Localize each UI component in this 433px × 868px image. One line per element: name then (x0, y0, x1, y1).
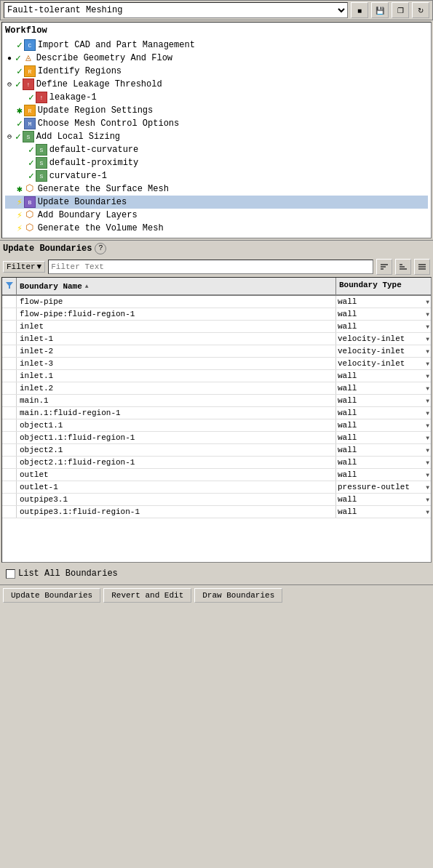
filter-input[interactable] (48, 260, 373, 274)
workflow-item-leakage-1[interactable]: ✓ ! leakage-1 (5, 91, 428, 104)
boundary-type-select[interactable]: wallvelocity-inletpressure-outletpressur… (338, 371, 424, 380)
boundary-type-select[interactable]: wallvelocity-inletpressure-outletpressur… (338, 409, 424, 417)
workflow-item-add-local[interactable]: ⊖ ✓ S Add Local Sizing (5, 130, 428, 143)
workflow-item-add-boundary-layers[interactable]: ⚡ ⬡ Add Boundary Layers (5, 209, 428, 222)
workflow-panel: Workflow ✓ C Import CAD and Part Managem… (1, 22, 432, 238)
draw-boundaries-button[interactable]: Draw Boundaries (194, 588, 282, 603)
sort-asc-icon (379, 262, 389, 272)
icon-btn-4[interactable]: ↻ (412, 2, 429, 18)
row-type-cell[interactable]: wallvelocity-inletpressure-outletpressur… (336, 395, 431, 406)
type-dropdown-arrow: ▼ (426, 398, 429, 404)
th-boundary-name[interactable]: Boundary Name ▲ (17, 278, 336, 294)
sort-desc-button[interactable] (395, 259, 411, 275)
collapse-btn[interactable]: ● (5, 55, 14, 63)
workflow-item-choose-mesh[interactable]: ✓ M Choose Mesh Control Options (5, 117, 428, 130)
workflow-item-identify-regions[interactable]: ✓ R Identify Regions (5, 65, 428, 78)
row-type-cell[interactable]: wallvelocity-inletpressure-outletpressur… (336, 321, 431, 332)
workflow-item-define-leakage[interactable]: ⊖ ✓ ! Define Leakage Threshold (5, 78, 428, 91)
workflow-item-update-region[interactable]: ✱ R Update Region Settings (5, 104, 428, 117)
workflow-item-gen-surface[interactable]: ✱ ⬡ Generate the Surface Mesh (5, 182, 428, 196)
row-type-cell[interactable]: wallvelocity-inletpressure-outletpressur… (336, 469, 431, 481)
boundary-type-select[interactable]: wallvelocity-inletpressure-outletpressur… (338, 347, 424, 355)
boundary-type-select[interactable]: wallvelocity-inletpressure-outletpressur… (338, 310, 424, 318)
workflow-item-curvature-1[interactable]: ✓ S curvature-1 (5, 169, 428, 182)
help-button[interactable]: ? (95, 243, 106, 254)
sort-asc-button[interactable] (376, 259, 392, 275)
row-name-cell: object2.1:fluid-region-1 (17, 457, 336, 468)
boundary-type-select[interactable]: wallvelocity-inletpressure-outletpressur… (338, 470, 424, 479)
boundary-type-select[interactable]: wallvelocity-inletpressure-outletpressur… (338, 483, 424, 491)
boundary-type-select[interactable]: wallvelocity-inletpressure-outletpressur… (338, 421, 424, 430)
check-icon: ✓ (28, 144, 34, 156)
row-type-cell[interactable]: wallvelocity-inletpressure-outletpressur… (336, 370, 431, 382)
list-all-checkbox[interactable] (6, 569, 15, 579)
update-boundaries-button[interactable]: Update Boundaries (3, 588, 100, 603)
collapse-btn[interactable]: ⊖ (5, 80, 14, 89)
wi-label: leakage-1 (49, 92, 97, 103)
row-type-cell[interactable]: wallvelocity-inletpressure-outletpressur… (336, 432, 431, 443)
row-type-cell[interactable]: wallvelocity-inletpressure-outletpressur… (336, 444, 431, 456)
row-type-cell[interactable]: wallvelocity-inletpressure-outletpressur… (336, 457, 431, 468)
table-row: flow-pipe:fluid-region-1wallvelocity-inl… (2, 308, 431, 321)
size-item-icon: S (36, 170, 47, 182)
boundaries-table: Boundary Name ▲ Boundary Type flow-pipew… (1, 277, 432, 563)
size-icon: S (23, 131, 34, 142)
svg-marker-9 (6, 282, 13, 289)
row-type-cell[interactable]: wallvelocity-inletpressure-outletpressur… (336, 419, 431, 431)
icon-btn-2[interactable]: 💾 (371, 2, 389, 18)
boundary-type-select[interactable]: wallvelocity-inletpressure-outletpressur… (338, 495, 424, 504)
row-type-cell[interactable]: wallvelocity-inletpressure-outletpressur… (336, 481, 431, 493)
row-type-cell[interactable]: wallvelocity-inletpressure-outletpressur… (336, 358, 431, 369)
boundary-type-select[interactable]: wallvelocity-inletpressure-outletpressur… (338, 322, 424, 331)
row-filter-cell (2, 333, 17, 345)
workflow-select[interactable]: Fault-tolerant Meshing (4, 2, 348, 18)
boundary-type-select[interactable]: wallvelocity-inletpressure-outletpressur… (338, 384, 424, 393)
workflow-item-default-curv[interactable]: ✓ S default-curvature (5, 143, 428, 156)
row-type-cell[interactable]: wallvelocity-inletpressure-outletpressur… (336, 494, 431, 505)
row-type-cell[interactable]: wallvelocity-inletpressure-outletpressur… (336, 382, 431, 394)
boundary-type-select[interactable]: wallvelocity-inletpressure-outletpressur… (338, 433, 424, 442)
boundary-type-select[interactable]: wallvelocity-inletpressure-outletpressur… (338, 507, 424, 516)
type-dropdown-arrow: ▼ (426, 410, 429, 417)
row-type-cell[interactable]: wallvelocity-inletpressure-outletpressur… (336, 345, 431, 357)
wi-label: Add Boundary Layers (38, 210, 138, 220)
wi-label: Update Boundaries (38, 197, 127, 207)
icon-btn-1[interactable]: ■ (351, 2, 368, 18)
row-type-cell[interactable]: wallvelocity-inletpressure-outletpressur… (336, 333, 431, 345)
boundary-type-select[interactable]: wallvelocity-inletpressure-outletpressur… (338, 458, 424, 467)
row-type-cell[interactable]: wallvelocity-inletpressure-outletpressur… (336, 506, 431, 518)
vol-icon: ⬡ (24, 222, 36, 234)
sort-clear-button[interactable] (414, 259, 430, 275)
workflow-item-gen-volume[interactable]: ⚡ ⬡ Generate the Volume Mesh (5, 222, 428, 235)
type-dropdown-arrow: ▼ (426, 299, 429, 305)
collapse-btn[interactable]: ⊖ (5, 132, 14, 141)
row-name-cell: inlet.2 (17, 382, 336, 394)
row-type-cell[interactable]: wallvelocity-inletpressure-outletpressur… (336, 407, 431, 419)
workflow-item-default-prox[interactable]: ✓ S default-proximity (5, 156, 428, 169)
workflow-item-update-boundaries[interactable]: ⚡ B Update Boundaries (5, 196, 428, 209)
revert-edit-button[interactable]: Revert and Edit (103, 588, 191, 603)
wi-label: Update Region Settings (38, 105, 153, 116)
boundary-type-select[interactable]: wallvelocity-inletpressure-outletpressur… (338, 446, 424, 454)
icon-btn-3[interactable]: ❐ (392, 2, 409, 18)
workflow-item-describe-geo[interactable]: ● ✓ ◬ Describe Geometry And Flow (5, 52, 428, 65)
row-type-cell[interactable]: wallvelocity-inletpressure-outletpressur… (336, 296, 431, 308)
filter-dropdown[interactable]: Filter ▼ (3, 261, 45, 273)
row-filter-cell (2, 370, 17, 382)
row-type-cell[interactable]: wallvelocity-inletpressure-outletpressur… (336, 308, 431, 320)
check-icon: ✓ (28, 170, 34, 182)
workflow-item-import-cad[interactable]: ✓ C Import CAD and Part Management (5, 39, 428, 52)
boundary-type-select[interactable]: wallvelocity-inletpressure-outletpressur… (338, 359, 424, 368)
table-row: inletwallvelocity-inletpressure-outletpr… (2, 321, 431, 333)
boundary-type-select[interactable]: wallvelocity-inletpressure-outletpressur… (338, 297, 424, 306)
boundary-type-select[interactable]: wallvelocity-inletpressure-outletpressur… (338, 334, 424, 343)
boundary-type-select[interactable]: wallvelocity-inletpressure-outletpressur… (338, 396, 424, 405)
check-icon: ✓ (17, 118, 23, 129)
row-filter-cell (2, 358, 17, 369)
row-name-cell: flow-pipe (17, 296, 336, 308)
type-dropdown-arrow: ▼ (426, 373, 429, 379)
row-name-cell: outpipe3.1:fluid-region-1 (17, 506, 336, 518)
row-name-cell: inlet (17, 321, 336, 332)
th-boundary-type[interactable]: Boundary Type (336, 278, 431, 294)
region-icon: R (24, 65, 36, 77)
